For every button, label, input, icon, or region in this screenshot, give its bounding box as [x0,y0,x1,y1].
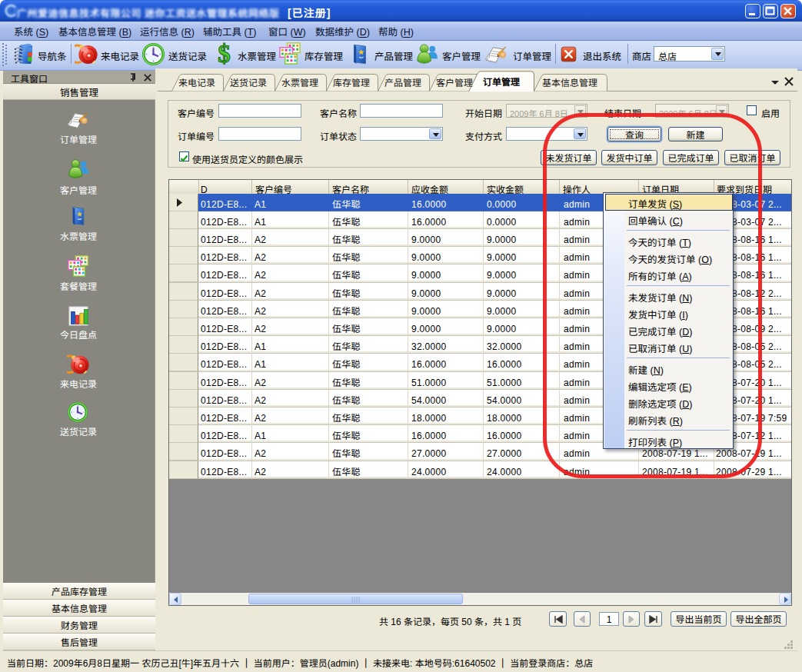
svg-text:订单管理: 订单管理 [483,75,520,88]
svg-text:送货记录: 送货记录 [230,75,267,88]
svg-text:来电记录: 来电记录 [178,75,215,88]
svg-text:客户管理: 客户管理 [436,75,473,88]
svg-text:水票管理: 水票管理 [281,75,318,88]
svg-text:库存管理: 库存管理 [333,75,370,88]
svg-text:基本信息管理: 基本信息管理 [542,75,597,88]
svg-text:产品管理: 产品管理 [384,75,421,88]
